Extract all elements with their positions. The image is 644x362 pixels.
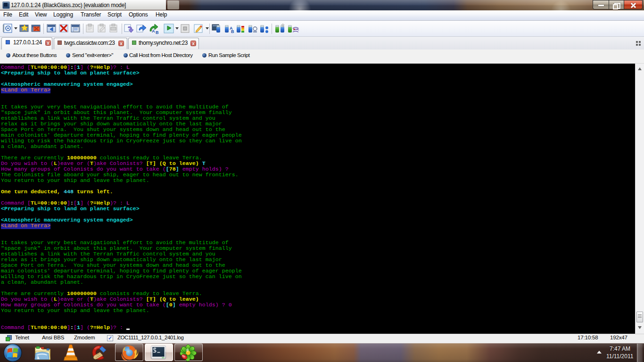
svg-text:B: B bbox=[156, 30, 159, 35]
svg-text:A: A bbox=[152, 29, 155, 33]
svg-text:B: B bbox=[231, 29, 234, 34]
